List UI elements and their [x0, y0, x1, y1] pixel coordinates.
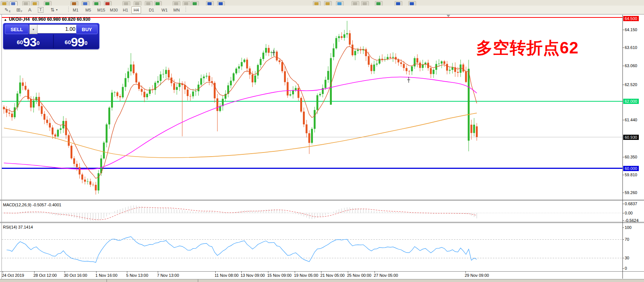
panel-separator[interactable]: [0, 222, 644, 222]
time-axis-tick: [295, 271, 295, 273]
time-axis-tick: [321, 271, 321, 273]
mid-ma: [4, 77, 477, 169]
axis-tick: [622, 157, 624, 157]
sell-price-main: 93: [23, 36, 36, 48]
timeframe-button-mn[interactable]: MN: [171, 6, 182, 14]
time-axis-label: 19 Nov 05:00: [294, 273, 318, 278]
axis-label: 0.6837: [625, 201, 637, 206]
axis-label: 62.000: [623, 99, 639, 104]
buy-price-prefix: 60: [65, 37, 71, 48]
volume-decrease-button[interactable]: ▼: [29, 24, 37, 34]
slow-ma: [4, 113, 477, 158]
time-axis-label: 7 Nov 13:00: [157, 273, 179, 278]
axis-label: 62.520: [625, 82, 637, 87]
time-axis-border: [0, 271, 644, 272]
timeframe-button-w1[interactable]: W1: [159, 6, 170, 14]
axis-tick: [622, 258, 624, 258]
axis-tick: [622, 85, 624, 85]
time-axis-tick: [65, 271, 65, 273]
time-axis-label: 29 Nov 09:00: [465, 273, 489, 278]
axis-label: 59.810: [625, 173, 637, 177]
axis-tick: [622, 204, 624, 204]
fibo-grid-icon[interactable]: ⊞F: [16, 6, 22, 13]
sell-price-prefix: 60: [17, 37, 23, 48]
sell-button[interactable]: SELL: [5, 24, 29, 34]
timeframe-button-h1[interactable]: H1: [121, 6, 130, 14]
timeframe-button-m5[interactable]: M5: [83, 6, 93, 14]
sell-price[interactable]: 60930: [3, 35, 53, 48]
timeframe-button-d1[interactable]: D1: [147, 6, 156, 14]
axis-tick: [622, 175, 624, 175]
time-axis-tick: [348, 271, 348, 273]
axis-label: 64.150: [625, 27, 637, 32]
macd-label: MACD(12,26,9) -0.5057 -0.4001: [3, 203, 61, 207]
axis-label: 60.000: [623, 166, 639, 171]
axis-label: 60.350: [625, 155, 637, 159]
time-axis-tick: [127, 271, 127, 273]
time-axis-label: 27 Nov 05:00: [374, 273, 398, 278]
panel-separator: [0, 200, 644, 201]
axis-tick: [622, 268, 624, 269]
timeframe-button-m1[interactable]: M1: [71, 6, 81, 14]
ohlc-quotes: 60.960 60.980 60.820 60.930: [32, 17, 91, 22]
axis-label: 0.00: [625, 211, 632, 215]
rsi-label: RSI(14) 37.1414: [3, 225, 33, 229]
time-axis-tick: [241, 271, 242, 273]
chart-shift-marker[interactable]: [447, 15, 450, 17]
axis-label: 60.930: [623, 135, 639, 140]
symbol-period: UKOil-,H4: [9, 17, 30, 22]
time-axis-label: 30 Oct 16:00: [64, 273, 87, 278]
panel-separator[interactable]: [0, 200, 644, 200]
time-axis-label: 15 Nov 09:00: [267, 273, 291, 278]
timeframe-button-m30[interactable]: M30: [108, 6, 120, 14]
time-axis-tick: [465, 271, 466, 273]
time-axis-tick: [375, 271, 375, 273]
toolbar-top-partial: [0, 0, 644, 6]
macd-indicator-chart[interactable]: [2, 201, 622, 222]
sell-price-sup: 0: [37, 35, 40, 52]
panel-separator: [0, 223, 644, 223]
chart-left-border: [1, 14, 2, 279]
axis-tick: [622, 227, 624, 228]
volume-input[interactable]: 1.00: [37, 24, 78, 33]
axis-tick: [622, 220, 624, 221]
axis-label: -0.5624: [625, 218, 638, 223]
collapse-arrow-icon[interactable]: ▲: [4, 18, 7, 22]
timeframe-button-m15[interactable]: M15: [95, 6, 107, 14]
rsi-indicator-chart[interactable]: [2, 223, 622, 271]
axis-label: 100: [625, 225, 631, 230]
time-axis-tick: [158, 271, 158, 273]
axis-label: 64.500: [623, 16, 639, 21]
toolbar-drawing-timeframes: ✎E⊞FAT⇅▾M1M5M15M30H1H4D1W1MN: [0, 6, 644, 14]
axis-label: 30: [625, 256, 629, 260]
time-axis-label: 1 Nov 16:00: [95, 273, 117, 278]
time-axis-tick: [215, 271, 216, 273]
chart-title[interactable]: ▲UKOil-,H4 60.960 60.980 60.820 60.930: [4, 17, 90, 22]
cursor-mode-icon[interactable]: ⇅▾: [50, 6, 58, 13]
axis-tick: [622, 47, 624, 48]
buy-price[interactable]: 60990: [54, 35, 98, 48]
time-axis-label: 5 Nov 13:00: [126, 273, 148, 278]
time-axis-label: 24 Oct 2019: [2, 273, 24, 278]
axis-tick: [622, 213, 624, 213]
axis-label: 63.610: [625, 45, 637, 50]
time-axis-label: 11 Nov 08:00: [215, 273, 239, 278]
time-axis-tick: [96, 271, 97, 273]
toolbar-separator: [186, 7, 186, 13]
axis-tick: [622, 66, 624, 66]
buy-price-main: 99: [71, 36, 84, 48]
axis-tick: [622, 239, 624, 240]
text-icon[interactable]: A: [28, 6, 32, 13]
label-icon[interactable]: T: [38, 6, 43, 13]
time-axis-label: 28 Oct 12:00: [33, 273, 57, 278]
timeframe-button-h4[interactable]: H4: [131, 6, 141, 14]
buy-button[interactable]: BUY: [76, 24, 98, 34]
axis-tick: [622, 30, 624, 30]
chart-annotation-text[interactable]: 多空转折点62: [476, 37, 579, 59]
draw-lines-icon[interactable]: ✎E: [4, 6, 11, 13]
time-axis-label: 25 Nov 00:00: [347, 273, 371, 278]
axis-label: 59.260: [625, 190, 637, 195]
time-axis-tick: [3, 271, 3, 273]
axis-label: 0: [625, 266, 627, 270]
buy-price-sup: 0: [85, 35, 88, 52]
